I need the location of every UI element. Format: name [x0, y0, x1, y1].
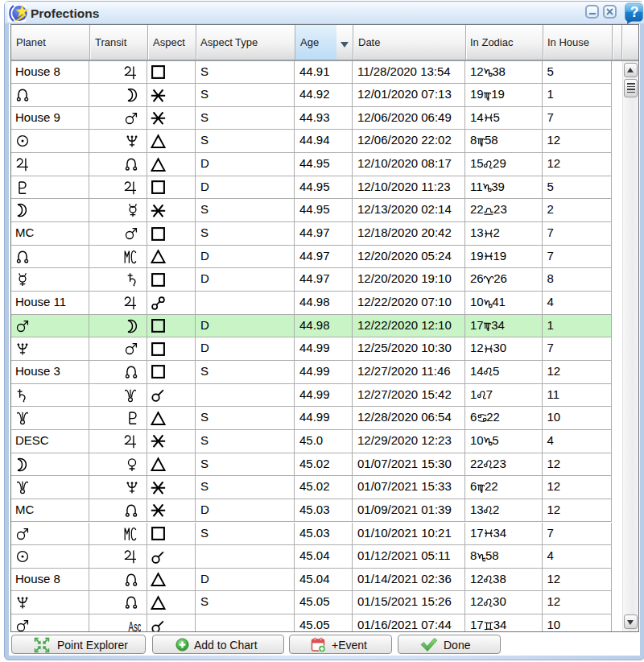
svg-text:?: ? [630, 4, 639, 20]
